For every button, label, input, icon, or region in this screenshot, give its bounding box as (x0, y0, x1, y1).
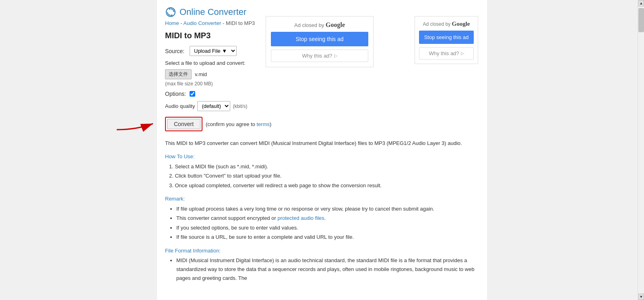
right-ad-closed-text: Ad closed by Google (423, 21, 470, 27)
breadcrumb-home[interactable]: Home (165, 20, 179, 26)
right-stop-ad-button[interactable]: Stop seeing this ad (419, 31, 474, 44)
red-arrow-icon (113, 114, 161, 134)
center-ad-panel: Ad closed by Google Stop seeing this ad … (266, 16, 374, 67)
how-to-use-title: How To Use: (165, 153, 479, 159)
center-ad-google-brand: Google (326, 21, 345, 28)
file-row: 选择文件 v.mid (165, 69, 479, 79)
kbits-label: (kbit/s) (233, 103, 247, 109)
convert-confirm-text: (confirm you agree to terms) (206, 121, 271, 127)
list-item: This converter cannot support encrypted … (176, 213, 479, 223)
protected-audio-link[interactable]: protected audio files (277, 215, 324, 221)
converter-description: This MIDI to MP3 converter can convert M… (165, 139, 479, 148)
list-item: MIDI (Musical Instrument Digital Interfa… (176, 256, 479, 283)
list-item: 3. Once upload completed, converter will… (169, 181, 479, 190)
right-ad-google-brand: Google (452, 21, 470, 27)
how-to-use-list: 1. Select a MIDI file (such as *.mid, *.… (165, 162, 479, 190)
file-format-title: File Format Information: (165, 248, 479, 254)
audio-quality-label: Audio quality (165, 103, 195, 109)
right-ad-panel: Ad closed by Google Stop seeing this ad … (415, 16, 478, 64)
breadcrumb-sep1: - (179, 20, 184, 26)
terms-link[interactable]: terms (257, 121, 270, 127)
list-item: If file upload process takes a very long… (176, 204, 479, 213)
breadcrumb-audio[interactable]: Audio Converter (184, 20, 221, 26)
center-why-icon: ▷ (334, 53, 337, 58)
right-why-ad-button[interactable]: Why this ad? ▷ (419, 47, 474, 60)
site-logo-icon (165, 6, 176, 18)
scrollbar[interactable]: ▲ ▼ (638, 0, 644, 300)
list-item: 2. Click button "Convert" to start uploa… (169, 171, 479, 180)
source-label: Source: (165, 48, 187, 54)
left-gutter (0, 0, 157, 300)
options-checkbox[interactable] (190, 91, 195, 97)
list-item: If you selected options, be sure to ente… (176, 223, 479, 232)
max-size-info: (max file size 200 MB) (165, 81, 479, 87)
scrollbar-thumb[interactable] (638, 8, 644, 32)
convert-area: Convert (confirm you agree to terms) (165, 117, 479, 131)
file-format-list: MIDI (Musical Instrument Digital Interfa… (165, 256, 479, 283)
breadcrumb-sep2: - (221, 20, 226, 26)
right-gutter (487, 0, 644, 300)
center-stop-ad-button[interactable]: Stop seeing this ad (271, 32, 368, 46)
options-label: Options: (165, 91, 187, 97)
right-why-icon: ▷ (461, 51, 464, 56)
list-item: If file source is a URL, be sure to ente… (176, 232, 479, 242)
quality-select[interactable]: (default) (197, 101, 230, 111)
source-select[interactable]: Upload File ▼ (190, 46, 237, 56)
remark-list: If file upload process takes a very long… (165, 204, 479, 242)
file-name-display: v.mid (195, 71, 207, 77)
convert-btn-wrapper: Convert (165, 117, 202, 131)
options-row: Options: (165, 91, 479, 97)
scrollbar-down-arrow[interactable]: ▼ (638, 294, 644, 300)
choose-file-button[interactable]: 选择文件 (165, 69, 192, 79)
center-ad-closed-text: Ad closed by Google (294, 21, 345, 29)
site-title-link[interactable]: Online Converter (180, 7, 246, 17)
breadcrumb-current: MIDI to MP3 (226, 20, 255, 26)
center-why-ad-button[interactable]: Why this ad? ▷ (271, 50, 368, 62)
convert-button[interactable]: Convert (167, 119, 200, 129)
scrollbar-up-arrow[interactable]: ▲ (638, 0, 644, 6)
list-item: 1. Select a MIDI file (such as *.mid, *.… (169, 162, 479, 171)
remark-title: Remark: (165, 196, 479, 202)
quality-row: Audio quality (default) (kbit/s) (165, 101, 479, 111)
